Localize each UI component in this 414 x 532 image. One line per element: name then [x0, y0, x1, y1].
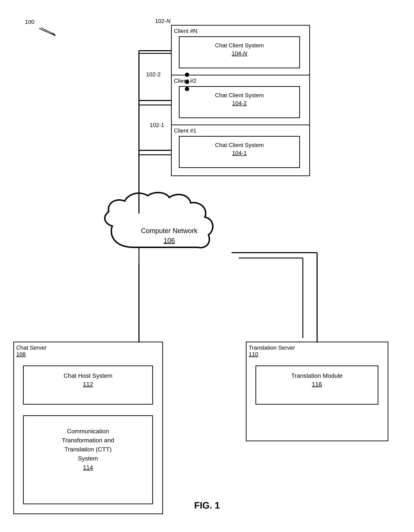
chat-client-n-label: Chat Client System104-N: [179, 41, 299, 57]
ref-102n-label: 102-N: [155, 18, 170, 24]
svg-text:106: 106: [164, 237, 175, 244]
client-1-box: Client #1 Chat Client System104-1: [171, 124, 310, 176]
chat-client-2-inner-box: Chat Client System104-2: [179, 86, 300, 118]
ref-102-1-label: 102-1: [150, 122, 164, 128]
chat-server-label: Chat Server108: [16, 344, 47, 358]
client-1-label: Client #1: [174, 127, 196, 134]
translation-module-label: Translation Module116: [256, 371, 378, 389]
chat-server-box: Chat Server108 Chat Host System112 Commu…: [13, 342, 163, 514]
svg-line-0: [41, 28, 55, 35]
translation-server-label: Translation Server110: [249, 344, 295, 358]
client-2-box: Client #2 Chat Client System104-2: [171, 75, 310, 126]
fig-label: FIG. 1: [194, 500, 220, 511]
ctt-system-label: CommunicationTransformation andTranslati…: [24, 427, 152, 472]
chat-client-1-inner-box: Chat Client System104-1: [179, 136, 300, 168]
chat-host-system-label: Chat Host System112: [24, 371, 152, 389]
network-cloud: Computer Network 106: [98, 190, 240, 265]
client-n-box: Client #N Chat Client System104-N: [171, 25, 310, 76]
chat-client-n-inner-box: Chat Client System104-N: [179, 36, 300, 68]
ctt-system-box: CommunicationTransformation andTranslati…: [23, 415, 153, 504]
client-n-label: Client #N: [174, 28, 197, 34]
svg-line-15: [39, 28, 55, 36]
chat-client-2-label: Chat Client System104-2: [179, 91, 299, 107]
svg-text:Computer Network: Computer Network: [141, 227, 198, 235]
chat-client-1-label: Chat Client System104-1: [179, 141, 299, 157]
svg-marker-16: [53, 33, 56, 37]
translation-module-box: Translation Module116: [256, 365, 378, 405]
translation-server-box: Translation Server110 Translation Module…: [246, 342, 388, 441]
client-2-label: Client #2: [174, 77, 196, 84]
ref-100-label: 100: [25, 19, 34, 25]
ref-102-2-label: 102-2: [146, 71, 161, 78]
chat-host-system-box: Chat Host System112: [23, 365, 153, 405]
svg-marker-1: [53, 32, 55, 35]
